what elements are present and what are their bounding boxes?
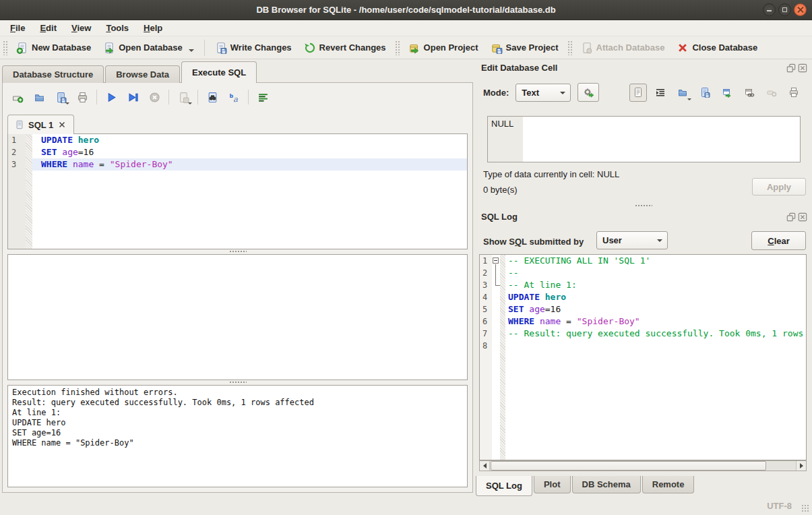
stop-button: [146, 88, 163, 106]
tab-browse-data[interactable]: Browse Data: [105, 65, 180, 83]
open-project-icon: [408, 42, 420, 54]
print-button[interactable]: [73, 88, 91, 106]
open-external-button[interactable]: [718, 84, 736, 102]
log-line: 6WHERE name = "Spider-Boy": [480, 315, 806, 328]
dropdown-arrow-icon: [687, 98, 691, 100]
sql-tab-bar: SQL 1: [7, 114, 74, 134]
autocomplete-icon: ba: [228, 92, 240, 103]
menu-edit[interactable]: Edit: [32, 22, 64, 34]
mode-select[interactable]: Text: [516, 84, 571, 102]
new-tab-button[interactable]: [9, 88, 26, 106]
open-project-button[interactable]: Open Project: [402, 39, 485, 57]
dock-tab-sql-log[interactable]: SQL Log: [476, 476, 532, 496]
autocomplete-button[interactable]: ba: [225, 88, 243, 106]
dock-area: Edit Database Cell Mode: Text NULL Type …: [475, 59, 812, 495]
clear-log-button[interactable]: Clear: [751, 231, 806, 250]
close-database-button[interactable]: Close Database: [670, 39, 763, 57]
export-data-button[interactable]: [696, 84, 714, 102]
save-sql-file-button[interactable]: [52, 88, 69, 106]
log-line: 7-- Result: query executed successfully.…: [480, 328, 806, 340]
save-sql-file-icon: [55, 92, 67, 103]
attach-database-button: Attach Database: [575, 39, 671, 57]
message-line: At line 1:: [12, 408, 463, 418]
cell-value-editor[interactable]: NULL: [487, 116, 801, 162]
word-wrap-button[interactable]: [652, 84, 669, 102]
scroll-right-arrow[interactable]: [796, 461, 806, 471]
word-wrap-icon: [655, 87, 666, 98]
open-sql-file-button[interactable]: [30, 88, 48, 106]
dock-tab-remote[interactable]: Remote: [642, 476, 695, 493]
tab-database-structure[interactable]: Database Structure: [2, 65, 104, 83]
menu-file[interactable]: File: [3, 22, 32, 34]
dock-float-icon[interactable]: [786, 212, 796, 222]
splitter-handle[interactable]: [3, 380, 472, 384]
dock-close-icon[interactable]: [798, 63, 807, 73]
toolbar-separator: [96, 90, 97, 104]
results-grid: [7, 254, 468, 380]
dock-close-icon[interactable]: [798, 212, 807, 222]
open-database-button[interactable]: Open Database: [97, 39, 200, 57]
db-browser-window: { "window": { "title": "DB Browser for S…: [0, 0, 812, 515]
text-mode-icon: [633, 87, 644, 98]
dock-tab-plot[interactable]: Plot: [534, 476, 571, 493]
log-filter-select[interactable]: User: [596, 231, 668, 249]
revert-changes-button[interactable]: Revert Changes: [298, 39, 392, 57]
tab-execute-sql[interactable]: Execute SQL: [181, 61, 257, 83]
close-tab-icon[interactable]: [57, 120, 67, 129]
sql-log-view[interactable]: 1-- EXECUTING ALL IN 'SQL 1'2--3-- At li…: [479, 254, 807, 460]
search-button[interactable]: [204, 88, 221, 106]
new-tab-icon: [12, 92, 24, 103]
log-line: 4UPDATE hero: [480, 291, 806, 303]
sql-editor[interactable]: 1UPDATE hero2SET age=163WHERE name = "Sp…: [7, 133, 468, 249]
dock-float-icon[interactable]: [786, 63, 796, 73]
toolbar-separator: [204, 40, 205, 56]
menu-tools[interactable]: Tools: [98, 22, 136, 34]
write-changes-button[interactable]: Write Changes: [209, 39, 298, 57]
cell-editor-toolbar: [629, 83, 803, 102]
scrollbar-thumb[interactable]: [491, 461, 766, 471]
resize-grip[interactable]: [801, 504, 809, 512]
execution-message-pane[interactable]: Execution finished without errors.Result…: [7, 385, 468, 487]
dropdown-arrow-icon[interactable]: [189, 49, 194, 52]
dock-tab-db-schema[interactable]: DB Schema: [572, 476, 641, 493]
auto-switch-mode-button[interactable]: [577, 83, 599, 102]
toolbar-drag-handle[interactable]: [3, 40, 7, 55]
editor-line[interactable]: 1UPDATE hero: [8, 134, 467, 146]
execute-all-button[interactable]: [102, 88, 120, 106]
scroll-left-arrow[interactable]: [480, 461, 490, 471]
log-line: 1-- EXECUTING ALL IN 'SQL 1': [480, 255, 806, 267]
main-toolbar: New DatabaseOpen DatabaseWrite ChangesRe…: [0, 36, 812, 59]
splitter-handle[interactable]: [475, 204, 812, 208]
edit-cell-dock-title: Edit Database Cell: [481, 63, 557, 73]
mode-label: Mode:: [483, 88, 509, 98]
text-mode-button[interactable]: [629, 84, 647, 102]
print-button[interactable]: [785, 84, 803, 102]
message-line: UPDATE hero: [12, 418, 463, 428]
open-database-icon: [103, 42, 115, 54]
sql-editor-toolbar: ba: [7, 86, 274, 108]
close-button[interactable]: [794, 3, 807, 16]
log-line: 5SET age=16: [480, 303, 806, 315]
set-null-icon: [766, 87, 777, 98]
save-project-button[interactable]: Save Project: [485, 39, 565, 57]
new-database-button[interactable]: New Database: [10, 39, 97, 57]
log-horizontal-scrollbar[interactable]: [479, 460, 807, 471]
show-log-button[interactable]: [254, 88, 272, 106]
toolbar-drag-handle[interactable]: [395, 40, 400, 55]
minimize-button[interactable]: [763, 3, 776, 16]
import-data-button[interactable]: [674, 84, 691, 102]
editor-line[interactable]: 3WHERE name = "Spider-Boy": [8, 158, 467, 171]
apply-button[interactable]: Apply: [752, 178, 806, 195]
toolbar-drag-handle[interactable]: [567, 40, 572, 55]
execute-current-line-button[interactable]: [124, 88, 142, 106]
splitter-handle[interactable]: [3, 249, 472, 253]
sql-tab[interactable]: SQL 1: [7, 115, 74, 134]
title-bar[interactable]: DB Browser for SQLite - /home/user/code/…: [0, 0, 812, 20]
maximize-button[interactable]: [778, 3, 791, 16]
editor-line[interactable]: 2SET age=16: [8, 146, 467, 158]
insert-link-button[interactable]: [741, 84, 758, 102]
fold-collapse-marker[interactable]: [493, 258, 499, 264]
menu-view[interactable]: View: [64, 22, 98, 34]
menu-help[interactable]: Help: [136, 22, 170, 34]
encoding-indicator[interactable]: UTF-8: [767, 501, 792, 511]
